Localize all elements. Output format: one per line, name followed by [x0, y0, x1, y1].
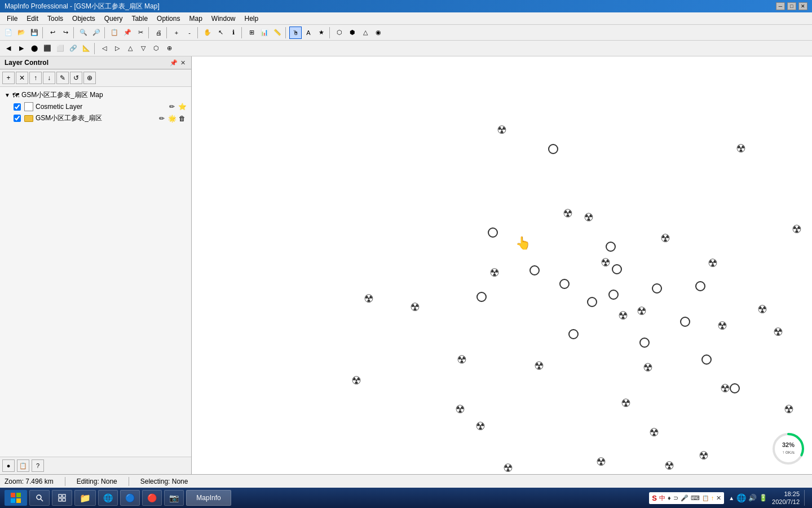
show-desktop-btn[interactable]	[804, 490, 807, 506]
tb2-6[interactable]: 🔗	[67, 42, 80, 55]
tb2-9[interactable]: ▷	[111, 42, 123, 55]
ime-kbd2[interactable]: ⌨	[690, 494, 700, 502]
map-area[interactable]: ☢ ☢ ☢ ☢ ☢ ☢ ☢ ☢ ☢ ☢ ☢ ☢ ☢ ☢ ☢ ☢ ☢ ☢ ☢ ☢ …	[192, 56, 812, 474]
tb2-3[interactable]: ⬤	[28, 42, 41, 55]
cosmetic-label-btn[interactable]: ⭐	[178, 102, 187, 111]
gsm-remove-btn[interactable]: 🗑	[178, 114, 187, 123]
tb-layer[interactable]: ⊞	[245, 27, 258, 39]
ime-up[interactable]: ↑	[710, 494, 715, 502]
tb-print[interactable]: 🖨	[152, 27, 165, 39]
tb-zoom-out[interactable]: -	[183, 27, 196, 39]
menu-help[interactable]: Help	[240, 14, 263, 24]
tb-undo[interactable]: ↩	[46, 27, 59, 39]
minimize-button[interactable]: ─	[776, 2, 785, 10]
system-clock[interactable]: 18:25 2020/7/12	[772, 490, 800, 506]
taskbar-file-explorer[interactable]: 📁	[74, 490, 96, 506]
layer-group-map: ▼ 🗺 GSM小区工参表_扇区 Map Cosmetic Layer ✏ ⭐	[2, 89, 189, 124]
tb2-1[interactable]: ◀	[2, 42, 15, 55]
map-symbol-bio: ☢	[475, 419, 486, 433]
move-up-btn[interactable]: ↑	[29, 72, 42, 84]
tb-draw2[interactable]: ⬢	[346, 27, 359, 39]
gsm-layer-checkbox[interactable]	[14, 115, 21, 122]
tb-draw1[interactable]: ⬡	[333, 27, 346, 39]
tb-open[interactable]: 📂	[15, 27, 28, 39]
ime-keyboard[interactable]: 🎤	[680, 494, 689, 502]
menu-file[interactable]: File	[2, 14, 22, 24]
maximize-button[interactable]: □	[787, 2, 796, 10]
ime-cn[interactable]: S	[651, 493, 657, 503]
zoom-to-btn[interactable]: ⊕	[83, 72, 96, 84]
sys-network[interactable]: 🌐	[736, 493, 746, 502]
tb-redo[interactable]: ↪	[59, 27, 72, 39]
ime-mode[interactable]: 中	[659, 493, 666, 503]
sys-volume[interactable]: 🔊	[748, 494, 757, 502]
tb2-4[interactable]: ⬛	[41, 42, 54, 55]
tb2-11[interactable]: ▽	[137, 42, 149, 55]
tb-new[interactable]: 📄	[2, 27, 15, 39]
sys-chevron[interactable]: ▲	[729, 495, 734, 501]
ime-copy[interactable]: 📋	[701, 494, 709, 502]
layer-group-header[interactable]: ▼ 🗺 GSM小区工参表_扇区 Map	[2, 89, 189, 101]
tb2-8[interactable]: ◁	[98, 42, 111, 55]
taskbar-item-4[interactable]: 🔴	[142, 490, 162, 506]
panel-pin-button[interactable]: 📌	[170, 59, 178, 67]
tb2-7[interactable]: 📐	[80, 42, 92, 55]
tb2-10[interactable]: △	[124, 42, 136, 55]
cosmetic-layer-checkbox[interactable]	[14, 103, 21, 111]
tb-save[interactable]: 💾	[28, 27, 41, 39]
panel-close-button[interactable]: ✕	[179, 59, 187, 67]
move-down-btn[interactable]: ↓	[43, 72, 55, 84]
tb-select[interactable]: ↖	[214, 27, 227, 39]
cosmetic-edit-btn[interactable]: ✏	[167, 102, 176, 111]
options-btn[interactable]: ●	[2, 459, 15, 472]
gsm-label-btn[interactable]: 🌟	[167, 114, 176, 123]
tb-replace[interactable]: 🔎	[90, 27, 103, 39]
menu-edit[interactable]: Edit	[22, 14, 43, 24]
taskbar-task-view[interactable]	[52, 490, 72, 506]
close-button[interactable]: ✕	[798, 2, 807, 10]
taskbar-item-5[interactable]: 📷	[164, 490, 184, 506]
help-layer-btn[interactable]: ?	[32, 459, 44, 472]
tb-label[interactable]: A	[302, 27, 315, 39]
tb-ruler[interactable]: 📏	[271, 27, 284, 39]
menu-objects[interactable]: Objects	[68, 14, 100, 24]
taskbar-item-3[interactable]: 🔵	[120, 490, 140, 506]
tb2-2[interactable]: ▶	[15, 42, 28, 55]
tb-pan[interactable]: ✋	[201, 27, 214, 39]
refresh-btn[interactable]: ↺	[70, 72, 82, 84]
tb-find[interactable]: 🔍	[77, 27, 90, 39]
menu-table[interactable]: Table	[127, 14, 152, 24]
taskbar-mapinfo[interactable]: MapInfo	[186, 490, 231, 506]
menu-query[interactable]: Query	[100, 14, 127, 24]
ime-close[interactable]: ✕	[716, 494, 722, 502]
remove-layer-btn[interactable]: ✕	[16, 72, 28, 84]
taskbar-search[interactable]	[29, 490, 50, 506]
tb2-12[interactable]: ⬡	[150, 42, 162, 55]
start-button[interactable]	[5, 490, 27, 506]
export-btn[interactable]: 📋	[17, 459, 29, 472]
taskbar-browser[interactable]: 🌐	[98, 490, 118, 506]
map-symbol-bio: ☢	[736, 142, 746, 155]
tb-symbol[interactable]: ★	[315, 27, 328, 39]
tb-pointer[interactable]: 🖱	[289, 27, 302, 39]
tb2-13[interactable]: ⊕	[163, 42, 175, 55]
tb-draw3[interactable]: △	[359, 27, 372, 39]
menu-window[interactable]: Window	[207, 14, 240, 24]
menu-map[interactable]: Map	[184, 14, 206, 24]
tb-paste[interactable]: 📌	[121, 27, 134, 39]
gsm-edit-btn[interactable]: ✏	[157, 114, 166, 123]
menu-tools[interactable]: Tools	[43, 14, 68, 24]
tb-cut[interactable]: ✂	[134, 27, 147, 39]
tb2-5[interactable]: ⬜	[54, 42, 67, 55]
ime-punct[interactable]: ♦	[667, 494, 672, 502]
tb-draw4[interactable]: ◉	[372, 27, 385, 39]
edit-layer-btn[interactable]: ✎	[56, 72, 69, 84]
sys-battery[interactable]: 🔋	[759, 494, 767, 502]
tb-zoom-in[interactable]: +	[170, 27, 183, 39]
tb-legend[interactable]: 📊	[258, 27, 271, 39]
tb-copy[interactable]: 📋	[108, 27, 121, 39]
ime-mic[interactable]: ⊃	[673, 494, 679, 502]
tb-info[interactable]: ℹ	[227, 27, 240, 39]
menu-options[interactable]: Options	[152, 14, 184, 24]
add-layer-btn[interactable]: +	[2, 72, 15, 84]
